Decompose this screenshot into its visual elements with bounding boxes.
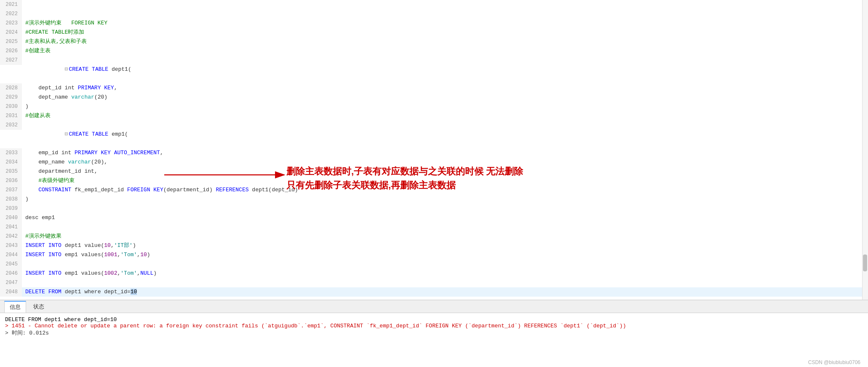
code-line-2036: 2036 #表级外键约束 <box>0 176 868 185</box>
code-line-2022: 2022 <box>0 9 868 19</box>
code-line-2043: 2043 INSERT INTO dept1 value(10,'IT部') <box>0 241 868 250</box>
editor-area: 2021 2022 2023 #演示外键约束 FOREIGN KEY 2024 … <box>0 0 868 300</box>
code-line-2046: 2046 INSERT INTO emp1 values(1002,'Tom',… <box>0 269 868 278</box>
code-line-2033: 2033 emp_id int PRIMARY KEY AUTO_INCREME… <box>0 148 868 158</box>
bottom-line-2: > 1451 - Cannot delete or update a paren… <box>5 323 863 329</box>
code-line-2030: 2030 ) <box>0 102 868 111</box>
code-line-2023: 2023 #演示外键约束 FOREIGN KEY <box>0 19 868 28</box>
tab-status[interactable]: 状态 <box>28 300 49 313</box>
bottom-line-1: DELETE FROM dept1 where dept_id=10 <box>5 316 863 323</box>
code-line-2026: 2026 #创建主表 <box>0 46 868 56</box>
code-line-2028: 2028 dept_id int PRIMARY KEY, <box>0 83 868 93</box>
code-line-2044: 2044 INSERT INTO emp1 values(1001,'Tom',… <box>0 250 868 260</box>
bottom-tabs: 信息 状态 <box>0 300 868 313</box>
code-editor[interactable]: 2021 2022 2023 #演示外键约束 FOREIGN KEY 2024 … <box>0 0 868 300</box>
code-line-2038: 2038 ) <box>0 195 868 204</box>
code-line-2035: 2035 department_id int, <box>0 167 868 176</box>
scrollbar-thumb[interactable] <box>863 254 867 271</box>
code-line-2024: 2024 #CREATE TABLE时添加 <box>0 28 868 37</box>
code-line-2047: 2047 <box>0 278 868 287</box>
code-line-2029: 2029 dept_name varchar(20) <box>0 93 868 102</box>
code-line-2032: 2032 ⊟CREATE TABLE emp1( <box>0 121 868 148</box>
tab-info[interactable]: 信息 <box>4 301 26 313</box>
code-line-2040: 2040 desc emp1 <box>0 213 868 222</box>
code-line-2034: 2034 emp_name varchar(20), <box>0 158 868 167</box>
main-container: 2021 2022 2023 #演示外键约束 FOREIGN KEY 2024 … <box>0 0 868 367</box>
code-line-2048: 2048 DELETE FROM dept1 where dept_id=10 <box>0 287 868 297</box>
code-line-2039: 2039 <box>0 204 868 213</box>
code-line-2041: 2041 <box>0 222 868 232</box>
code-line-2025: 2025 #主表和从表,父表和子表 <box>0 37 868 46</box>
code-line-2021: 2021 <box>0 0 868 9</box>
scrollbar[interactable] <box>862 0 868 300</box>
code-line-2027: 2027 ⊟CREATE TABLE dept1( <box>0 56 868 83</box>
bottom-panel: 信息 状态 DELETE FROM dept1 where dept_id=10… <box>0 300 868 367</box>
code-line-2042: 2042 #演示外键效果 <box>0 232 868 241</box>
csdn-watermark: CSDN @biublubiu0706 <box>808 359 860 365</box>
code-lines: 2021 2022 2023 #演示外键约束 FOREIGN KEY 2024 … <box>0 0 868 297</box>
code-line-2037: 2037 CONSTRAINT fk_emp1_dept_id FOREIGN … <box>0 185 868 195</box>
bottom-content: DELETE FROM dept1 where dept_id=10 > 145… <box>0 313 868 367</box>
bottom-line-3: > 时间: 0.012s <box>5 329 863 337</box>
code-line-2031: 2031 #创建从表 <box>0 111 868 121</box>
code-line-2045: 2045 <box>0 260 868 269</box>
